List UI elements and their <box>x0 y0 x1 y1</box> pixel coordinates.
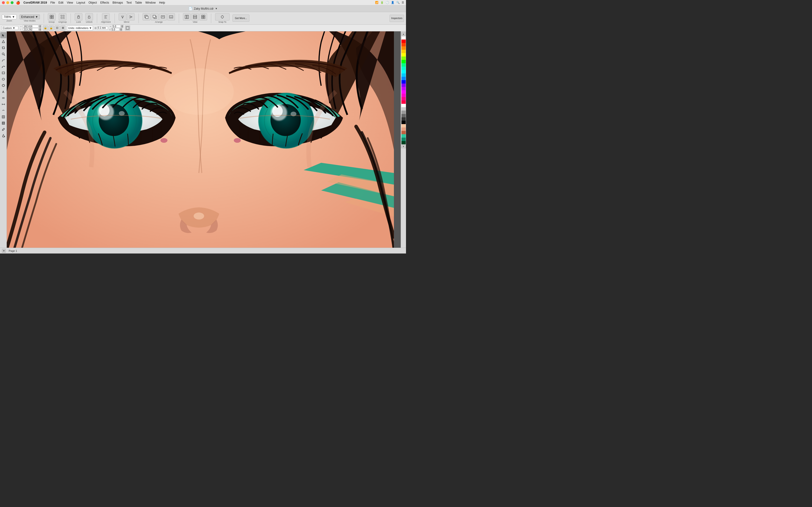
color-swatch[interactable] <box>401 124 406 127</box>
arrange-btn3[interactable] <box>159 13 167 20</box>
maximize-button[interactable] <box>11 1 13 4</box>
color-swatch[interactable] <box>401 73 406 77</box>
color-swatch-red[interactable] <box>401 40 406 43</box>
mirror-v-button[interactable] <box>127 13 135 20</box>
color-swatch-teal[interactable] <box>401 134 406 137</box>
arrange-btn4[interactable] <box>167 13 175 20</box>
scale-x-input[interactable] <box>112 25 120 28</box>
zoom-dropdown[interactable]: 706% ▼ <box>2 14 17 19</box>
color-swatch[interactable] <box>401 80 406 83</box>
freehand-tool-button[interactable] <box>0 57 6 63</box>
color-swatch[interactable] <box>401 90 406 94</box>
width-input[interactable] <box>23 25 39 28</box>
close-button[interactable] <box>2 1 5 4</box>
mirror-h-button[interactable] <box>119 13 126 20</box>
apple-menu[interactable]: 🍎 <box>16 1 20 5</box>
height-input[interactable] <box>23 28 39 31</box>
color-swatch[interactable] <box>401 141 406 145</box>
minimize-button[interactable] <box>6 1 9 4</box>
color-swatch[interactable] <box>401 60 406 63</box>
preset-dropdown[interactable]: Custom ▼ <box>1 26 18 30</box>
scale-y-down[interactable]: ▼ <box>120 30 122 31</box>
scale-y-spinner[interactable]: ▲ ▼ <box>120 28 122 31</box>
node-tool-button[interactable] <box>0 39 6 44</box>
color-swatch[interactable] <box>401 104 406 107</box>
color-swatch[interactable] <box>401 114 406 117</box>
color-swatch[interactable] <box>401 97 406 101</box>
scale-x-down[interactable]: ▼ <box>121 26 123 28</box>
ungroup-button[interactable] <box>59 13 66 20</box>
parallel-tool-button[interactable] <box>0 95 6 101</box>
color-swatch[interactable] <box>401 87 406 90</box>
height-down-button[interactable]: ▼ <box>39 30 41 31</box>
width-spinner[interactable]: ▲ ▼ <box>39 25 41 28</box>
get-more-button[interactable]: Get More... <box>233 14 249 22</box>
crop-tool-button[interactable] <box>0 45 6 51</box>
palette-down-arrow[interactable]: ▼ <box>401 145 406 148</box>
text-tool-button[interactable]: A <box>0 89 6 95</box>
mesh-fill-tool-button[interactable] <box>0 120 6 126</box>
menu-table[interactable]: Table <box>134 0 144 5</box>
group-button[interactable] <box>48 13 56 20</box>
menu-object[interactable]: Object <box>87 0 98 5</box>
color-swatch[interactable] <box>401 131 406 134</box>
menu-help[interactable]: Help <box>158 0 166 5</box>
hamburger-icon[interactable]: ☰ <box>402 1 404 4</box>
color-swatch[interactable] <box>401 70 406 73</box>
menu-layout[interactable]: Layout <box>75 0 87 5</box>
color-swatch-white[interactable] <box>401 36 406 40</box>
transform-button[interactable]: ⊡ <box>54 25 60 31</box>
rectangle-tool-button[interactable] <box>0 70 6 76</box>
canvas-area[interactable] <box>7 32 401 248</box>
enhanced-dropdown[interactable]: Enhanced ▼ <box>19 14 40 19</box>
color-swatch[interactable] <box>401 67 406 70</box>
menu-edit[interactable]: Edit <box>57 0 65 5</box>
arrange-btn1[interactable] <box>143 13 150 20</box>
lock-button[interactable] <box>75 13 83 20</box>
dimension-tool-button[interactable] <box>0 101 6 107</box>
menu-bitmaps[interactable]: Bitmaps <box>111 0 124 5</box>
menu-text[interactable]: Text <box>125 0 133 5</box>
view-btn2[interactable] <box>191 13 199 20</box>
arrange-btn2[interactable] <box>151 13 158 20</box>
add-page-button[interactable]: + <box>2 249 6 253</box>
view-btn3[interactable] <box>199 13 207 20</box>
menu-file[interactable]: File <box>49 0 56 5</box>
select-tool-button[interactable] <box>0 32 6 38</box>
units-dropdown[interactable]: Units: millimeters ▼ <box>67 25 93 31</box>
align-left-button[interactable] <box>102 13 110 20</box>
snap-to-button[interactable] <box>215 13 230 20</box>
menu-window[interactable]: Window <box>144 0 157 5</box>
color-swatch[interactable] <box>401 77 406 80</box>
dropdown-arrow-icon[interactable]: ▼ <box>215 7 217 10</box>
color-swatch-black[interactable] <box>401 121 406 124</box>
inspectors-button[interactable]: Inspectors <box>390 15 404 22</box>
fill-tool-button[interactable] <box>0 133 6 138</box>
scale-button[interactable]: ⊞ <box>60 25 65 31</box>
scale-x-spinner[interactable]: ▲ ▼ <box>121 25 123 28</box>
color-swatch[interactable] <box>401 50 406 53</box>
color-swatch[interactable] <box>401 56 406 60</box>
menu-effects[interactable]: Effects <box>99 0 110 5</box>
search-icon[interactable]: 🔍 <box>396 1 400 4</box>
color-swatch[interactable] <box>401 83 406 87</box>
transform-handles-button[interactable] <box>125 25 130 31</box>
app-name[interactable]: CorelDRAW 2019 <box>22 0 48 5</box>
nudge-input[interactable] <box>97 26 108 30</box>
color-swatch[interactable] <box>401 94 406 97</box>
unlock-ratio-button[interactable]: 🔓 <box>49 25 54 31</box>
menu-view[interactable]: View <box>65 0 74 5</box>
height-spinner[interactable]: ▲ ▼ <box>39 28 41 31</box>
polygon-tool-button[interactable] <box>0 82 6 89</box>
smart-draw-tool-button[interactable] <box>0 64 6 69</box>
unlock-button[interactable] <box>85 13 93 20</box>
color-swatch[interactable] <box>401 63 406 67</box>
color-swatch[interactable] <box>401 127 406 131</box>
color-swatch[interactable] <box>401 53 406 56</box>
width-down-button[interactable]: ▼ <box>39 26 41 28</box>
color-swatch[interactable] <box>401 111 406 114</box>
connector-tool-button[interactable] <box>0 108 6 113</box>
palette-up-arrow[interactable]: ▲ <box>401 32 406 36</box>
scale-y-input[interactable] <box>111 28 119 31</box>
table-tool-button[interactable] <box>0 114 6 120</box>
